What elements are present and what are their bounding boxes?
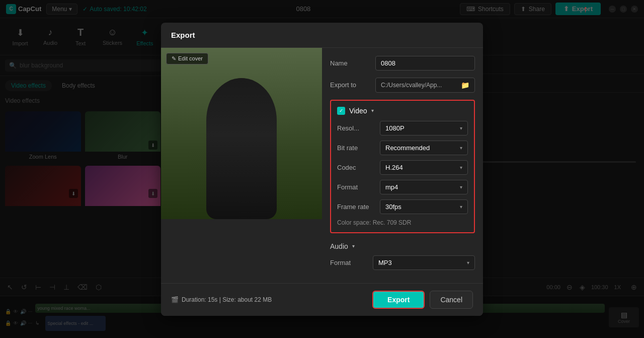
person-silhouette [206, 78, 277, 219]
bitrate-label: Bit rate [337, 144, 380, 152]
codec-arrow-icon: ▾ [460, 165, 462, 170]
name-row: Name [330, 56, 475, 71]
codec-select[interactable]: H.264 ▾ [380, 160, 468, 175]
audio-format-label: Format [330, 259, 373, 266]
video-section-title: Video [349, 107, 367, 115]
film-icon: 🎬 [171, 296, 179, 303]
name-label: Name [330, 59, 375, 67]
export-button[interactable]: Export [372, 291, 425, 309]
video-section-arrow[interactable]: ▾ [371, 108, 374, 113]
codec-label: Codec [337, 164, 380, 171]
format-select[interactable]: mp4 ▾ [380, 180, 468, 194]
color-space-text: Color space: Rec. 709 SDR [337, 219, 468, 226]
resolution-row: Resol... 1080P ▾ [337, 121, 468, 136]
export-to-row: Export to C:/Users/cvalley/App... 📁 [330, 78, 475, 93]
audio-section-title: Audio [330, 242, 348, 250]
export-modal: Export ✎ Edit cover Name [161, 23, 483, 316]
footer-buttons: Export Cancel [372, 291, 473, 309]
modal-footer: 🎬 Duration: 15s | Size: about 22 MB Expo… [161, 283, 483, 316]
duration-info: 🎬 Duration: 15s | Size: about 22 MB [171, 296, 272, 303]
audio-section-arrow: ▾ [352, 243, 355, 249]
framerate-arrow-icon: ▾ [460, 204, 462, 210]
video-checkbox[interactable]: ✓ [337, 107, 345, 115]
video-section: ✓ Video ▾ Resol... 1080P ▾ Bit r [330, 100, 475, 233]
resolution-label: Resol... [337, 124, 380, 132]
resolution-select[interactable]: 1080P ▾ [380, 121, 468, 136]
modal-overlay: Export ✎ Edit cover Name [0, 0, 644, 338]
preview-scene [161, 48, 322, 219]
bitrate-select[interactable]: Recommended ▾ [380, 141, 468, 155]
framerate-label: Frame rate [337, 203, 380, 211]
audio-format-arrow-icon: ▾ [467, 260, 469, 265]
codec-row: Codec H.264 ▾ [337, 160, 468, 175]
folder-icon[interactable]: 📁 [461, 81, 469, 89]
export-to-label: Export to [330, 81, 375, 89]
export-path[interactable]: C:/Users/cvalley/App... 📁 [375, 78, 475, 93]
bitrate-arrow-icon: ▾ [460, 145, 462, 151]
audio-format-row: Format MP3 ▾ [330, 255, 475, 270]
audio-section: Audio ▾ Format MP3 ▾ [330, 238, 475, 270]
modal-header: Export [161, 23, 483, 48]
export-arrow-indicator: ↑ [583, 4, 588, 15]
format-row: Format mp4 ▾ [337, 180, 468, 194]
modal-settings: Name Export to C:/Users/cvalley/App... 📁… [322, 48, 483, 283]
format-arrow-icon: ▾ [460, 184, 462, 190]
resolution-arrow-icon: ▾ [460, 125, 462, 131]
audio-section-header[interactable]: Audio ▾ [330, 242, 475, 250]
modal-preview: ✎ Edit cover [161, 48, 322, 219]
video-section-header: ✓ Video ▾ [337, 107, 468, 115]
name-input[interactable] [375, 56, 475, 71]
bitrate-row: Bit rate Recommended ▾ [337, 141, 468, 155]
format-label: Format [337, 183, 380, 191]
audio-format-select[interactable]: MP3 ▾ [373, 255, 475, 270]
cancel-button[interactable]: Cancel [430, 291, 473, 309]
edit-icon: ✎ [172, 55, 176, 62]
edit-cover-button[interactable]: ✎ Edit cover [166, 53, 208, 64]
modal-body: ✎ Edit cover Name Export to C:/Users/cva… [161, 48, 483, 283]
framerate-row: Frame rate 30fps ▾ [337, 199, 468, 214]
framerate-select[interactable]: 30fps ▾ [380, 199, 468, 214]
